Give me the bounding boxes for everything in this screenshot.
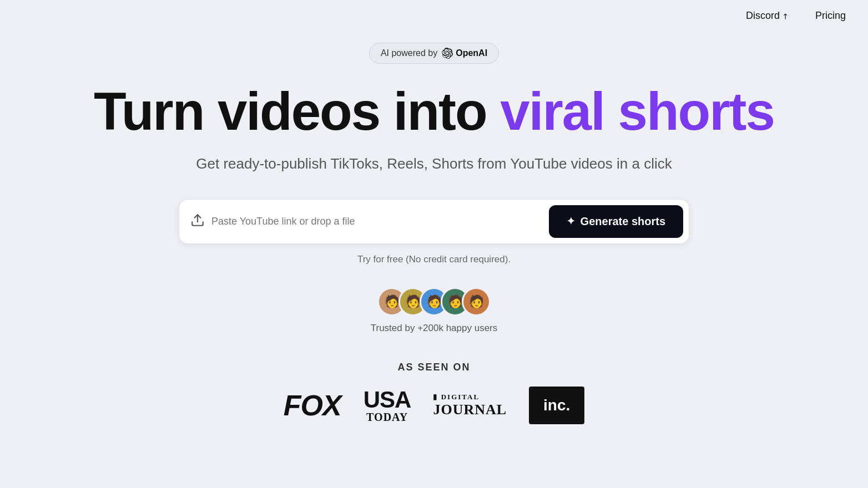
ai-badge: AI powered by OpenAI (369, 43, 499, 64)
usa-today-logo: USA TODAY (364, 388, 411, 423)
generate-label: Generate shorts (581, 215, 665, 228)
headline-part1: Turn videos into (94, 82, 500, 141)
stars-icon: ✦ (567, 215, 575, 227)
discord-link[interactable]: Discord ↗ (746, 10, 789, 22)
trusted-text: Trusted by +200k happy users (371, 323, 498, 334)
openai-brand: OpenAI (456, 48, 487, 58)
press-logos: FOX USA TODAY ▮ DIGITAL JOURNAL inc. (22, 387, 846, 424)
pricing-link[interactable]: Pricing (815, 10, 846, 22)
digital-journal-logo: ▮ DIGITAL JOURNAL (433, 393, 507, 418)
external-link-icon: ↗ (780, 11, 791, 22)
inc-logo: inc. (529, 387, 584, 424)
pricing-label: Pricing (815, 10, 846, 22)
as-seen-on-section: AS SEEN ON FOX USA TODAY ▮ DIGITAL JOURN… (22, 362, 846, 424)
fox-logo: FOX (284, 389, 341, 422)
openai-logo: OpenAI (442, 48, 487, 59)
openai-icon (442, 48, 453, 59)
ai-badge-text: AI powered by (381, 48, 437, 58)
avatar: 🧑 (462, 287, 491, 316)
hero-section: AI powered by OpenAI Turn videos into vi… (0, 32, 868, 435)
try-free-text: Try for free (No credit card required). (357, 254, 511, 265)
generate-shorts-button[interactable]: ✦ Generate shorts (549, 205, 683, 238)
discord-label: Discord (746, 10, 780, 22)
navbar: Discord ↗ Pricing (0, 0, 868, 32)
avatar-group: 🧑 🧑 🧑 🧑 🧑 (377, 287, 491, 316)
inc-text: inc. (543, 396, 570, 414)
upload-icon (190, 213, 205, 230)
main-headline: Turn videos into viral shorts (94, 84, 774, 140)
headline-part2: viral shorts (500, 82, 774, 141)
youtube-url-input[interactable] (211, 216, 549, 227)
url-input-container: ✦ Generate shorts (179, 199, 689, 244)
subheadline: Get ready-to-publish TikToks, Reels, Sho… (196, 155, 672, 172)
social-proof: 🧑 🧑 🧑 🧑 🧑 Trusted by +200k happy users (371, 287, 498, 334)
as-seen-on-label: AS SEEN ON (22, 362, 846, 373)
